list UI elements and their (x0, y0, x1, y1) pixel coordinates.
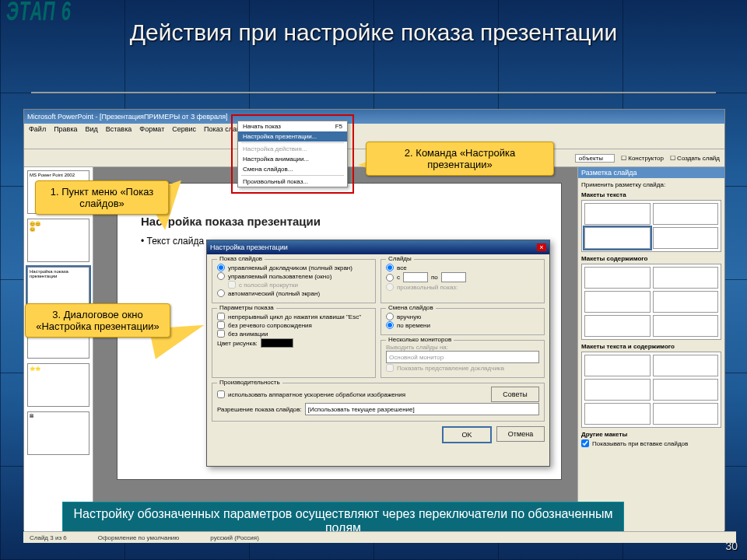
design-button[interactable]: ☐ Конструктор (621, 155, 664, 162)
callout-2: 2. Команда «Настройка презентации» (366, 142, 554, 176)
opt-all[interactable]: все (386, 264, 539, 271)
stage-label: ЭТАП 6 (6, 0, 72, 28)
pen-color[interactable]: Цвет рисунка: (217, 338, 370, 348)
new-slide-button[interactable]: ☐ Создать слайд (670, 155, 720, 162)
menu-insert[interactable]: Вставка (106, 125, 132, 133)
section-mixed-layouts: Макеты текста и содержимого (581, 343, 721, 350)
opt-window[interactable]: управляемый пользователем (окно) (217, 272, 370, 280)
status-lang: русский (Россия) (210, 534, 259, 541)
task-pane-apply-label: Применить разметку слайда: (581, 181, 721, 188)
content-layouts[interactable] (581, 264, 721, 340)
callout-3: 3. Диалоговое окно «Настройка презентаци… (25, 303, 170, 338)
objects-dropdown[interactable]: объекты (575, 154, 615, 163)
menuitem-setup[interactable]: Настройка презентации... (238, 131, 347, 142)
presentation-slide: ЭТАП 6 Действия при настройке показа пре… (0, 0, 747, 560)
opt-range[interactable]: с по (386, 272, 539, 282)
tips-button[interactable]: Советы (491, 387, 539, 402)
opt-nonarr[interactable]: без речевого сопровождения (217, 321, 370, 329)
opt-auto[interactable]: автоматический (полный экран) (217, 289, 370, 297)
group-slides: Слайды все с по произвольный показ: (381, 259, 545, 303)
task-pane[interactable]: Разметка слайда Применить разметку слайд… (577, 167, 724, 537)
mixed-layouts[interactable] (581, 352, 721, 428)
menuitem-animation[interactable]: Настройка анимации... (238, 154, 347, 164)
callout-1: 1. Пункт меню «Показ слайдов» (35, 180, 169, 215)
group-monitors: Несколько мониторов Выводить слайды на: … (381, 340, 545, 378)
group-performance: Производительность использовать аппаратн… (212, 383, 545, 422)
thumb-5[interactable]: ⭐⭐ (27, 363, 89, 407)
resolution-select[interactable]: [Использовать текущее разрешение] (305, 403, 539, 415)
opt-scroll: с полосой прокрутки (228, 281, 370, 289)
opt-manual[interactable]: вручную (386, 313, 539, 320)
layout[interactable] (584, 291, 651, 313)
menu-view[interactable]: Вид (86, 125, 98, 133)
monitor-select: Основной монитор (386, 351, 539, 363)
opt-hw[interactable]: использовать аппаратное ускорение обрабо… (217, 390, 486, 398)
setup-dialog[interactable]: Настройка презентации × Показ слайдов уп… (206, 240, 550, 467)
layout[interactable] (584, 203, 651, 225)
menu-tools[interactable]: Сервис (172, 125, 196, 133)
opt-full[interactable]: управляемый докладчиком (полный экран) (217, 264, 370, 271)
menuitem-start[interactable]: Начать показF5 (238, 121, 347, 131)
section-text-layouts: Макеты текста (581, 191, 721, 198)
thumb-2[interactable]: 😊😊😊 (27, 219, 89, 262)
layout[interactable] (584, 379, 651, 401)
opt-loop[interactable]: непрерывный цикл до нажатия клавиши "Esc… (217, 313, 370, 320)
section-content-layouts: Макеты содержимого (581, 255, 721, 262)
slide-thumbnails[interactable]: MS Power Point 2002 😊😊😊 Настройка показа… (24, 167, 93, 537)
layout[interactable] (584, 403, 651, 425)
cancel-button[interactable]: Отмена (496, 426, 545, 442)
menu-format[interactable]: Формат (139, 125, 164, 133)
layout[interactable] (653, 403, 719, 425)
menuitem-custom[interactable]: Произвольный показ... (238, 177, 347, 187)
slideshow-dropdown[interactable]: Начать показF5 Настройка презентации... … (237, 121, 348, 187)
menu-file[interactable]: Файл (29, 125, 46, 133)
task-pane-header: Разметка слайда (578, 167, 724, 178)
opt-noanim[interactable]: без анимации (217, 330, 370, 338)
layout[interactable] (653, 379, 719, 401)
layout[interactable] (653, 203, 719, 225)
layout[interactable] (653, 315, 719, 337)
menu-edit[interactable]: Правка (54, 125, 77, 133)
window-titlebar: Microsoft PowerPoint - [ПрезентацияПРИМЕ… (24, 110, 724, 124)
group-show: Показ слайдов управляемый докладчиком (п… (212, 259, 376, 303)
ok-button[interactable]: OK (442, 426, 492, 443)
page-number: 30 (725, 540, 738, 552)
canvas-heading: Настройка показа презентации (141, 215, 561, 228)
opt-custom-show: произвольный показ: (386, 283, 539, 291)
dialog-close-icon[interactable]: × (537, 243, 546, 251)
status-slide: Слайд 3 из 6 (30, 534, 67, 541)
layout[interactable] (653, 227, 719, 249)
layout[interactable] (653, 267, 719, 289)
section-other-layouts: Другие макеты (581, 431, 721, 438)
statusbar: Слайд 3 из 6 Оформление по умолчанию рус… (23, 531, 736, 543)
title-underline (31, 92, 716, 93)
layout[interactable] (584, 227, 651, 249)
window-title: Microsoft PowerPoint - [ПрезентацияПРИМЕ… (27, 113, 228, 121)
dialog-titlebar: Настройка презентации × (207, 240, 549, 254)
layout[interactable] (584, 315, 651, 337)
menuitem-transition[interactable]: Смена слайдов... (238, 164, 347, 174)
layout[interactable] (653, 291, 719, 313)
layout[interactable] (653, 355, 719, 376)
opt-presenter: Показать представление докладчика (386, 364, 539, 372)
layout[interactable] (584, 267, 651, 289)
menubar[interactable]: Файл Правка Вид Вставка Формат Сервис По… (24, 124, 724, 135)
slide-title: Действия при настройке показа презентаци… (93, 19, 654, 46)
group-params: Параметры показа непрерывный цикл до наж… (212, 308, 376, 378)
opt-timed[interactable]: по времени (386, 321, 539, 329)
group-advance: Смена слайдов вручную по времени (381, 308, 545, 335)
menuitem-action: Настройка действия... (238, 144, 347, 154)
layout[interactable] (584, 355, 651, 376)
thumb-6[interactable]: 🏛 (27, 411, 89, 455)
show-on-insert-checkbox[interactable]: Показывать при вставке слайдов (581, 439, 721, 447)
status-design: Оформление по умолчанию (98, 534, 180, 541)
dialog-title: Настройка презентации (210, 243, 288, 251)
text-layouts[interactable] (581, 200, 721, 252)
